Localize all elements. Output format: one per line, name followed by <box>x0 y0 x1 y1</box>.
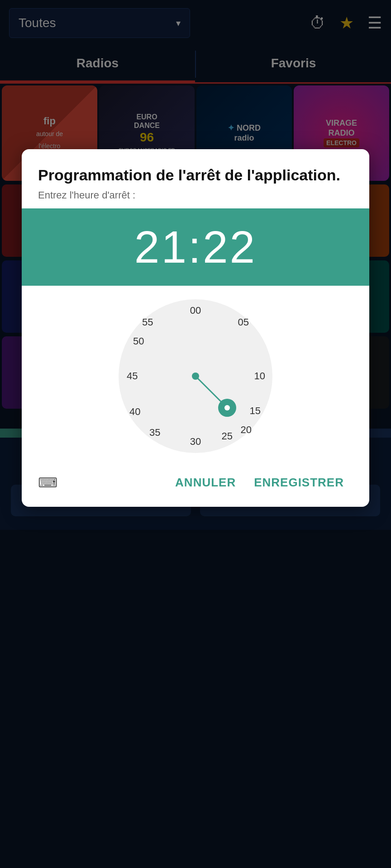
time-display[interactable]: 21:22 <box>22 208 369 286</box>
dialog-subtitle: Entrez l'heure d'arrêt : <box>38 189 353 201</box>
time-minutes: 22 <box>203 222 257 272</box>
clock-container: 00 05 10 15 20 25 30 35 40 45 50 55 <box>22 286 369 462</box>
time-value: 21:22 <box>22 221 369 273</box>
dialog-actions: ⌨ ANNULER ENREGISTRER <box>22 462 369 507</box>
save-button[interactable]: ENREGISTRER <box>245 471 353 494</box>
clock-hand-svg <box>119 299 272 453</box>
time-colon: : <box>188 222 203 272</box>
svg-point-3 <box>224 405 230 410</box>
keyboard-icon[interactable]: ⌨ <box>38 475 57 491</box>
clock-face[interactable]: 00 05 10 15 20 25 30 35 40 45 50 55 <box>119 299 272 453</box>
cancel-button[interactable]: ANNULER <box>166 471 245 494</box>
dialog-content: Programmation de l'arrêt de l'applicatio… <box>22 149 369 201</box>
dialog-title: Programmation de l'arrêt de l'applicatio… <box>38 165 353 185</box>
time-picker-dialog: Programmation de l'arrêt de l'applicatio… <box>22 149 369 507</box>
time-hours: 21 <box>134 222 188 272</box>
